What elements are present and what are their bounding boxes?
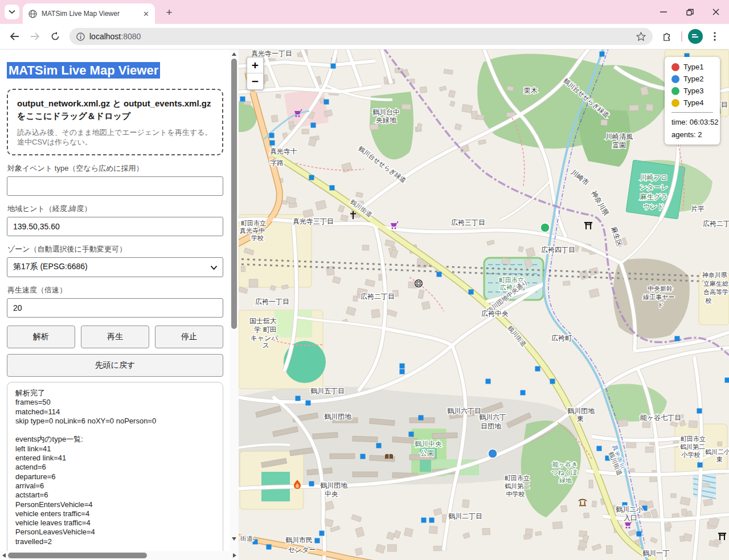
speed-label: 再生速度（倍速） <box>7 285 223 295</box>
link-marker[interactable] <box>315 538 320 543</box>
sidebar-horizontal-scrollbar[interactable] <box>0 551 239 560</box>
map-label: 鶴川一丁 <box>642 549 670 557</box>
link-marker[interactable] <box>309 175 314 180</box>
extensions-button[interactable] <box>658 28 675 45</box>
tab-search-button[interactable] <box>5 5 19 19</box>
scroll-down-arrow[interactable] <box>232 537 236 541</box>
link-marker[interactable] <box>306 401 311 406</box>
profile-avatar[interactable] <box>688 29 703 44</box>
link-marker[interactable] <box>637 532 642 537</box>
link-marker[interactable] <box>550 379 555 384</box>
window-restore-button[interactable] <box>677 0 703 24</box>
agent-marker[interactable] <box>488 449 497 458</box>
analyze-button[interactable]: 解析 <box>7 326 75 348</box>
link-marker[interactable] <box>600 52 605 57</box>
map-label: 町田市立 <box>241 220 266 227</box>
link-marker[interactable] <box>697 409 702 414</box>
reload-button[interactable] <box>47 28 64 45</box>
legend-color-dot <box>671 75 679 83</box>
region-hint-input[interactable] <box>7 217 223 236</box>
scroll-right-arrow[interactable] <box>233 553 236 558</box>
link-marker[interactable] <box>330 186 335 191</box>
link-marker[interactable] <box>675 336 680 341</box>
zoom-in-button[interactable]: + <box>247 57 263 73</box>
event-type-input[interactable] <box>7 176 223 196</box>
link-marker[interactable] <box>521 390 526 396</box>
map-pane[interactable]: 真光寺一丁目栗木鶴川台中央緑地川崎清風霊園川崎市神奈川県麻生区川崎フロンターレ麻… <box>239 50 729 560</box>
agent-marker[interactable] <box>540 223 550 232</box>
file-dropzone[interactable]: output_network.xml.gz と output_events.xm… <box>7 89 223 155</box>
link-marker[interactable] <box>376 443 382 448</box>
map-label: 公園 <box>420 449 434 457</box>
forward-button[interactable] <box>26 28 43 45</box>
link-marker[interactable] <box>597 446 602 451</box>
tab-close-icon[interactable]: ✕ <box>143 10 149 18</box>
link-marker[interactable] <box>311 123 316 128</box>
back-button[interactable] <box>6 28 23 45</box>
link-marker[interactable] <box>361 454 366 459</box>
map-zoom-control: + − <box>247 57 264 90</box>
window-minimize-button[interactable] <box>650 0 677 24</box>
map-label: 学 町田 <box>254 326 276 333</box>
vertical-scroll-thumb[interactable] <box>231 59 237 329</box>
link-marker[interactable] <box>253 540 258 545</box>
browser-menu-button[interactable] <box>706 28 723 45</box>
map-label: 麻生グラ <box>640 193 668 201</box>
dropzone-note-1: 読み込み後、そのまま地図上でエージェントを再生する。 <box>17 127 213 138</box>
legend-item: Type2 <box>671 75 720 83</box>
link-marker[interactable] <box>419 415 424 421</box>
link-marker[interactable] <box>469 290 474 295</box>
map-label: 中央 <box>325 490 338 498</box>
link-marker[interactable] <box>331 64 336 69</box>
link-marker[interactable] <box>320 531 325 536</box>
link-marker[interactable] <box>400 364 405 369</box>
horizontal-scroll-thumb[interactable] <box>8 553 147 558</box>
link-marker[interactable] <box>400 369 405 374</box>
link-marker[interactable] <box>421 518 427 523</box>
link-marker[interactable] <box>324 100 329 105</box>
sidebar-vertical-scrollbar[interactable] <box>230 50 239 551</box>
link-marker[interactable] <box>267 545 272 550</box>
map-label: 鶴川六丁目 <box>447 407 481 415</box>
reset-button[interactable]: 先頭に戻す <box>7 354 223 377</box>
scroll-up-arrow[interactable] <box>232 52 236 56</box>
map-label: 真光寺一丁目 <box>251 50 292 57</box>
link-marker[interactable] <box>269 133 275 138</box>
link-marker[interactable] <box>309 481 314 487</box>
legend-color-dot <box>671 87 679 95</box>
tab-title: MATSim Live Map Viewer <box>42 10 138 18</box>
map-canvas[interactable]: 真光寺一丁目栗木鶴川台中央緑地川崎清風霊園川崎市神奈川県麻生区川崎フロンターレ麻… <box>239 50 729 560</box>
map-label: 字路 <box>270 159 284 167</box>
map-label: キャンパ <box>250 334 278 342</box>
zoom-out-button[interactable]: − <box>247 73 263 89</box>
link-marker[interactable] <box>486 379 491 384</box>
link-marker[interactable] <box>535 367 540 372</box>
link-marker[interactable] <box>296 396 301 401</box>
zone-select[interactable]: 第17系 (EPSG:6686) <box>7 257 223 277</box>
bookmark-star-icon[interactable] <box>636 32 646 42</box>
link-marker[interactable] <box>698 463 703 468</box>
speed-input[interactable] <box>7 298 223 318</box>
link-marker[interactable] <box>437 272 442 277</box>
stop-button[interactable]: 停止 <box>155 326 223 348</box>
address-bar[interactable]: localhost:8080 <box>69 28 653 45</box>
legend-type-label: Type1 <box>683 63 703 71</box>
link-marker[interactable] <box>270 141 275 146</box>
url-text[interactable]: localhost:8080 <box>89 32 632 41</box>
link-marker[interactable] <box>429 518 435 523</box>
url-host: localhost <box>89 32 121 41</box>
wheel-icon <box>415 279 423 287</box>
map-label: 鶴川第二 <box>680 443 705 450</box>
browser-tab[interactable]: MATSim Live Map Viewer ✕ <box>23 3 155 24</box>
window-close-button[interactable] <box>703 0 729 24</box>
scroll-left-arrow[interactable] <box>2 553 6 558</box>
link-marker[interactable] <box>725 378 729 383</box>
map-label: 霊園 <box>612 141 626 149</box>
site-info-icon[interactable] <box>76 32 85 41</box>
link-marker[interactable] <box>240 97 245 102</box>
map-label: 川崎フロ <box>640 174 668 182</box>
link-marker[interactable] <box>409 432 414 437</box>
new-tab-button[interactable]: + <box>162 5 177 20</box>
play-button[interactable]: 再生 <box>81 326 149 348</box>
map-label: 線工事ヤー <box>642 294 674 300</box>
